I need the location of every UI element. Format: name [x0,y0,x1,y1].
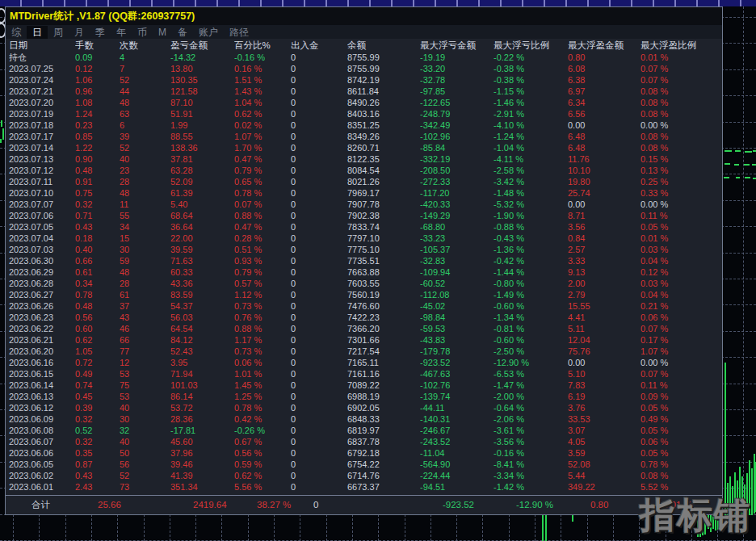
cell-balance: 8742.19 [347,74,420,86]
cell-date: 2023.06.14 [9,380,75,391]
cell-max-drawdown: -122.65 [420,97,494,108]
cell-max-float-profit: 2.00 [568,278,640,289]
cell-max-float-profit: 52.08 [568,459,640,470]
cell-pnl: 37.81 [170,153,234,165]
cell-date: 2023.07.06 [9,210,75,221]
cell-in-out: 0 [291,210,347,221]
menu-item-10[interactable]: 路径 [224,26,254,39]
menu-item-4[interactable]: 季 [90,26,111,39]
cell-pct: 0.93 % [234,255,291,266]
cell-lots: 1.05 [75,346,120,357]
candlestick [751,468,753,515]
cell-lots: 0.40 [75,244,120,255]
menu-item-2[interactable]: 周 [48,26,69,39]
menu-item-0[interactable]: 综 [6,26,27,39]
cell-in-out: 0 [291,131,347,142]
cell-lots: 0.32 [75,199,120,210]
cell-max-float-profit: 25.74 [568,187,640,199]
cell-pnl: 351.34 [170,481,234,493]
cell-max-drawdown-pct: -2.50 % [494,346,568,357]
column-header: 最大浮亏金额 [420,39,494,52]
cell-max-drawdown: -564.90 [420,459,494,470]
cell-balance: 7476.60 [347,300,420,312]
cell-count: 11 [120,199,170,210]
cell-count: 52 [120,74,170,86]
cell-lots: 0.23 [75,120,120,131]
cell-in-out: 0 [291,357,347,368]
cell-balance: 7422.23 [347,312,420,323]
cell-count: 56 [120,459,170,470]
cell-pct: -0.16 % [234,52,291,63]
cell-max-drawdown-pct: -0.80 % [494,278,568,289]
cell-date: 2023.07.10 [9,187,75,199]
panel-title[interactable]: MTDriver统计 ,V1.87 (QQ群:260937757) [6,7,722,25]
menu-item-6[interactable]: 币 [132,26,153,39]
table-row: 2023.07.030.403039.590.51 %07775.10-105.… [6,244,722,255]
cell-max-float-profit: 3.56 [568,221,640,233]
cell-max-drawdown-pct: -1.34 % [494,312,568,323]
menu-item-7[interactable]: M [153,26,172,39]
cell-lots: 1.22 [75,142,120,153]
cell-max-drawdown-pct: -1.44 % [494,266,568,278]
cell-max-drawdown-pct: -1.15 % [494,86,568,97]
cell-count: 37 [120,300,170,312]
cell-pnl: -17.81 [170,425,234,436]
cell-lots: 0.32 [75,413,120,425]
cell-in-out: 0 [291,278,347,289]
cell-pnl: 52.43 [170,346,234,357]
cell-lots: 0.48 [75,300,120,312]
cell-max-float-profit: 0.00 [568,120,640,131]
cell-max-drawdown: -179.78 [420,346,494,357]
cell-date: 2023.06.02 [9,470,75,481]
cell-pct: 0.16 % [234,63,291,74]
cell-in-out: 0 [291,108,347,120]
cell-pct: 0.51 % [234,244,291,255]
cell-pct: 1.25 % [234,391,291,402]
cell-in-out: 0 [291,413,347,425]
table-row: 2023.06.130.455386.141.25 %06988.19-139.… [6,391,722,402]
cell-pnl: 64.54 [170,323,234,334]
cell-in-out: 0 [291,289,347,300]
cell-max-float-profit-pct: 0.78 % [640,459,710,470]
cell-pnl: 39.46 [170,459,234,470]
cell-max-float-profit-pct: 0.15 % [640,153,710,165]
cell-pnl: 22.00 [170,233,234,244]
cell-date: 2023.06.01 [9,481,75,493]
cell-max-float-profit: 7.83 [568,380,640,391]
cell-max-float-profit-pct: 0.00 % [640,199,710,210]
menu-item-5[interactable]: 年 [111,26,132,39]
cell-max-float-profit: 0.80 [568,52,640,63]
cell-max-drawdown-pct: -0.42 % [494,255,568,266]
cell-date: 2023.06.23 [9,312,75,323]
cell-count: 63 [120,108,170,120]
cell-max-drawdown: -98.84 [420,312,494,323]
cell-in-out: 0 [291,402,347,413]
cell-in-out: 0 [291,176,347,187]
cell-count: 59 [120,255,170,266]
cell-max-float-profit: 5.10 [568,368,640,380]
chart-top-scale [0,0,756,6]
cell-pnl: 84.12 [170,334,234,346]
menu-item-9[interactable]: 账户 [193,26,224,39]
cell-pnl: -14.32 [170,52,234,63]
cell-in-out: 0 [291,334,347,346]
cell-in-out: 0 [291,86,347,97]
cell-lots: 0.32 [75,436,120,447]
cell-max-drawdown-pct: -0.60 % [494,300,568,312]
cell-max-drawdown: -43.83 [420,334,494,346]
cell-max-drawdown: -332.19 [420,153,494,165]
cell-max-float-profit: 8.71 [568,210,640,221]
cell-max-float-profit-pct: 0.08 % [640,108,710,120]
table-row: 2023.06.260.483754.370.73 %07476.60-45.0… [6,300,722,312]
cell-balance: 7217.54 [347,346,420,357]
cell-in-out: 0 [291,97,347,108]
cell-max-drawdown: -923.52 [420,357,494,368]
menu-item-8[interactable]: 备 [172,26,193,39]
column-header: 手数 [75,39,120,52]
cell-pct: 0.07 % [234,199,291,210]
menu-item-1[interactable]: 日 [27,26,48,39]
cell-max-float-profit: 3.59 [568,447,640,459]
menu-item-3[interactable]: 月 [69,26,90,39]
doji-candle-dash [724,150,732,152]
table-row: 2023.06.220.604664.540.88 %07366.20-59.5… [6,323,722,334]
